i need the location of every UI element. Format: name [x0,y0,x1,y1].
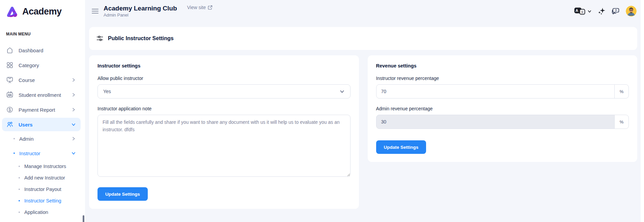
percent-suffix: % [614,115,629,129]
help-chat-icon[interactable]: ? [611,7,620,16]
sidebar-item-label: Instructor Setting [24,198,61,203]
sidebar-nav: Dashboard Category Course [0,44,85,218]
home-icon [6,47,13,54]
sparkles-icon[interactable] [597,7,606,15]
page-scrollbar[interactable] [641,0,644,222]
chevron-right-icon [71,92,76,97]
svg-text:?: ? [615,8,617,12]
app-title: Academy Learning Club [104,5,177,12]
instructor-settings-card: Instructor settings Allow public instruc… [89,55,359,209]
allow-public-instructor-label: Allow public instructor [97,76,351,81]
sidebar-item-admin[interactable]: Admin [2,133,81,145]
brand-name: Academy [22,6,62,17]
sidebar-item-users[interactable]: Users [2,118,81,131]
view-site-label: View site [187,5,206,10]
course-board-icon [6,76,13,84]
sidebar-item-application[interactable]: Application [2,206,81,218]
translate-icon: A文 [574,7,585,15]
svg-text:文: 文 [581,10,584,14]
instructor-revenue-input-group: % [376,84,629,99]
bullet-icon [19,166,20,167]
instructor-revenue-percentage-label: Instructor revenue percentage [376,76,629,81]
bullet-icon [19,212,20,213]
chevron-right-icon [71,107,76,112]
svg-text:A: A [576,8,578,12]
sidebar-item-instructor-payout[interactable]: Instructor Payout [2,184,81,195]
language-dropdown[interactable]: A文 [574,7,592,15]
sidebar-item-label: Users [19,122,71,128]
admin-revenue-input-group: % [376,115,629,129]
dollar-circle-icon [6,106,13,113]
external-link-icon [208,5,213,10]
topbar: Academy Learning Club Admin Panel View s… [85,0,644,22]
update-settings-button[interactable]: Update Settings [97,187,148,201]
sidebar-item-instructor-setting[interactable]: Instructor Setting [2,195,81,206]
page-title: Public Instructor Settings [108,35,174,41]
sidebar-item-label: Category [19,62,76,68]
app-title-block: Academy Learning Club Admin Panel [104,5,177,18]
students-icon [6,91,13,99]
hamburger-menu-icon[interactable] [92,9,99,13]
sliders-icon [96,35,103,42]
sidebar-item-add-new-instructor[interactable]: Add new Instructor [2,172,81,184]
instructor-revenue-percentage-input[interactable] [376,84,615,99]
card-heading: Instructor settings [97,63,351,68]
allow-public-instructor-select[interactable]: Yes [97,84,351,99]
bullet-icon [19,189,20,190]
sidebar-item-label: Instructor Payout [24,187,61,192]
sidebar-item-label: Admin [19,136,71,142]
bullet-icon [19,177,20,178]
sidebar-item-label: Instructor [19,150,71,156]
sidebar-section-label: MAIN MENU [6,32,85,36]
chevron-down-icon [339,89,345,94]
sidebar-item-dashboard[interactable]: Dashboard [2,44,81,57]
chevron-down-icon [71,151,76,156]
brand-logo[interactable]: Academy [0,3,85,20]
sidebar-item-label: Application [24,210,48,215]
app-root: Academy MAIN MENU Dashboard Category [0,0,644,222]
sidebar-item-category[interactable]: Category [2,58,81,72]
sidebar-item-label: Payment Report [19,107,71,113]
user-avatar[interactable] [626,6,637,17]
update-settings-button[interactable]: Update Settings [376,140,426,154]
app-subtitle: Admin Panel [104,12,177,18]
card-heading: Revenue settings [376,63,629,68]
sidebar-item-label: Manage Instructors [24,164,66,169]
sidebar-scrollbar-thumb[interactable] [83,215,84,222]
page-header-card: Public Instructor Settings [89,27,637,50]
admin-revenue-percentage-input [376,115,615,129]
bullet-icon [13,152,15,154]
bullet-icon [13,138,15,139]
sidebar-item-label: Add new Instructor [24,175,65,181]
view-site-link[interactable]: View site [187,5,213,10]
topbar-actions: A文 ? [574,6,637,17]
instructor-application-note-label: Instructor application note [97,106,351,111]
sidebar-item-label: Dashboard [19,48,76,53]
chevron-down-icon [587,9,592,13]
instructor-application-note-textarea[interactable]: Fill all the fields carefully and share … [97,115,351,177]
sidebar: Academy MAIN MENU Dashboard Category [0,0,85,222]
users-icon [6,121,13,128]
admin-revenue-percentage-label: Admin revenue percentage [376,106,629,111]
chevron-down-icon [71,122,76,127]
sidebar-item-student-enrollment[interactable]: Student enrollment [2,88,81,102]
grid-icon [6,61,13,69]
sidebar-item-manage-instructors[interactable]: Manage Instructors [2,161,81,172]
sidebar-item-payment-report[interactable]: Payment Report [2,103,81,116]
revenue-settings-card: Revenue settings Instructor revenue perc… [368,55,638,162]
main-area: Academy Learning Club Admin Panel View s… [85,0,644,222]
chevron-right-icon [71,78,76,82]
select-value: Yes [103,89,339,94]
academy-logo-icon [5,4,20,19]
settings-cards-row: Instructor settings Allow public instruc… [89,55,637,209]
percent-suffix: % [614,84,629,99]
bullet-icon [19,200,20,201]
sidebar-item-instructor[interactable]: Instructor [2,147,81,159]
chevron-right-icon [71,136,76,141]
sidebar-item-label: Course [19,77,71,83]
sidebar-item-course[interactable]: Course [2,73,81,87]
sidebar-item-label: Student enrollment [19,92,71,98]
